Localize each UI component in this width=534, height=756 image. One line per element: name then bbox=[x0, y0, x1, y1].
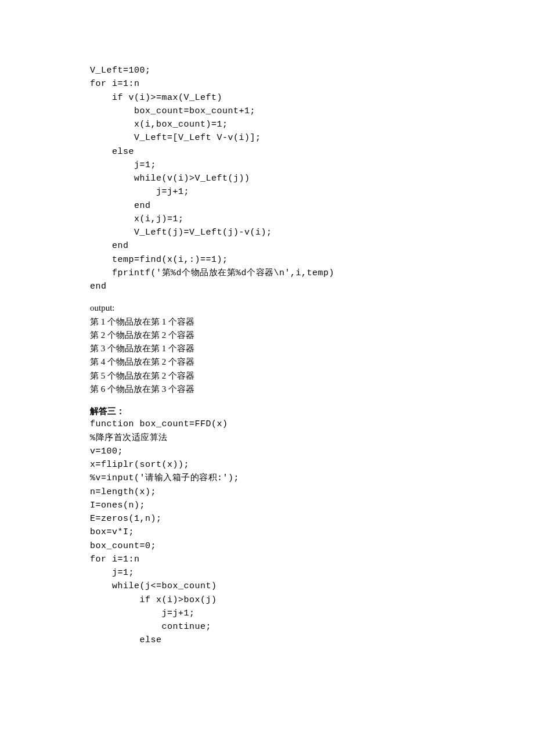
output-lines: 第 1 个物品放在第 1 个容器 第 2 个物品放在第 2 个容器 第 3 个物… bbox=[90, 315, 444, 397]
spacer bbox=[90, 293, 444, 301]
code-block-1: V_Left=100; for i=1:n if v(i)>=max(V_Lef… bbox=[90, 64, 444, 293]
output-label: output: bbox=[90, 301, 444, 315]
spacer bbox=[90, 396, 444, 404]
code-block-2: function box_count=FFD(x) %降序首次适应算法 v=10… bbox=[90, 417, 444, 647]
section-heading: 解答三： bbox=[90, 404, 444, 417]
